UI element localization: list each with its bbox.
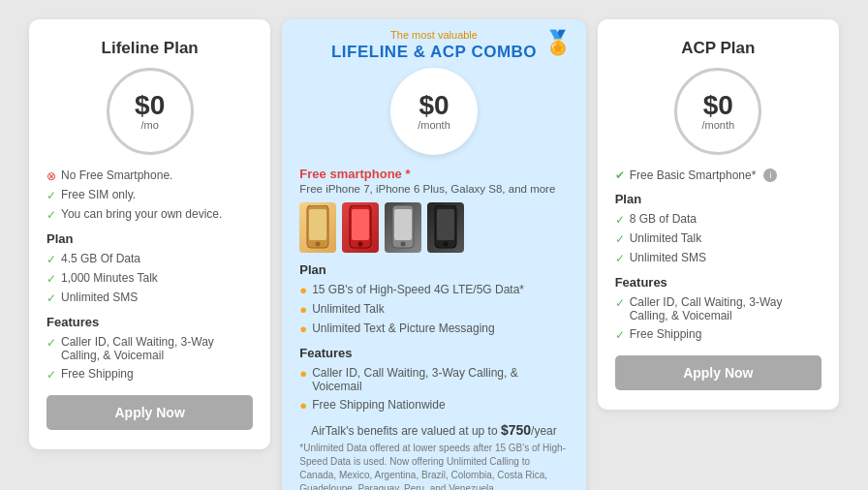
check-icon: ✓: [615, 296, 625, 310]
list-item: ✓1,000 Minutes Talk: [46, 271, 253, 286]
acp-apply-button[interactable]: Apply Now: [615, 355, 822, 390]
acp-plan-title: Plan: [615, 192, 822, 206]
combo-features-title: Features: [299, 346, 568, 360]
combo-card: 🏅 The most valuable LIFELINE & ACP COMBO…: [282, 19, 585, 490]
check-icon: ✓: [615, 213, 625, 227]
item-text: Unlimited Talk: [630, 231, 701, 245]
cross-icon: ⊗: [46, 169, 56, 183]
item-text: Free Shipping: [630, 327, 702, 341]
list-item: ●15 GB's of High-Speed 4G LTE/5G Data*: [299, 283, 568, 297]
check-icon: ✓: [46, 336, 56, 350]
combo-period: /month: [418, 119, 450, 131]
green-check-icon: ✔: [615, 168, 625, 182]
svg-point-2: [316, 242, 321, 247]
list-item: ●Caller ID, Call Waiting, 3-Way Calling,…: [299, 366, 568, 393]
combo-phone-images: [299, 202, 568, 253]
acp-features-title: Features: [615, 275, 822, 290]
asterisk: *: [402, 167, 411, 181]
acp-period: /month: [701, 119, 734, 131]
list-item: ✓8 GB of Data: [615, 212, 822, 227]
item-text: 4.5 GB Of Data: [61, 252, 140, 265]
phone-dark: [427, 202, 464, 253]
combo-header: The most valuable LIFELINE & ACP COMBO: [299, 29, 568, 62]
list-item: ✓4.5 GB Of Data: [46, 252, 253, 266]
item-text: You can bring your own device.: [61, 207, 222, 221]
lifeline-features-title: Features: [46, 315, 253, 329]
orange-check-icon: ●: [299, 398, 307, 413]
list-item: ●Free Shipping Nationwide: [299, 398, 568, 413]
acp-card: ACP Plan $0 /month ✔ Free Basic Smartpho…: [598, 19, 839, 410]
combo-free-smartphone-label: Free smartphone *: [299, 167, 568, 181]
item-text: 8 GB of Data: [630, 212, 697, 226]
list-item: ✓Free SIM only.: [46, 188, 253, 202]
combo-plan-title: Plan: [299, 262, 568, 277]
lifeline-period: /mo: [140, 119, 158, 131]
item-text: Free Basic Smartphone*: [630, 168, 757, 182]
check-icon: ✓: [46, 208, 56, 222]
check-icon: ✓: [46, 253, 56, 266]
list-item: ✓Unlimited SMS: [46, 291, 253, 305]
check-icon: ✓: [46, 189, 56, 202]
combo-plan-items: ●15 GB's of High-Speed 4G LTE/5G Data* ●…: [299, 283, 568, 336]
list-item: ✓Unlimited SMS: [615, 251, 822, 265]
lifeline-title: Lifeline Plan: [46, 39, 253, 58]
plans-container: Lifeline Plan $0 /mo ⊗No Free Smartphone…: [29, 19, 839, 490]
combo-price: $0: [418, 92, 449, 119]
item-text: Unlimited SMS: [61, 291, 138, 304]
orange-check-icon: ●: [299, 302, 307, 317]
combo-price-circle: $0 /month: [390, 68, 478, 155]
list-item: ✔ Free Basic Smartphone* i: [615, 168, 822, 182]
svg-rect-10: [437, 209, 454, 240]
lifeline-card: Lifeline Plan $0 /mo ⊗No Free Smartphone…: [29, 19, 270, 449]
orange-check-icon: ●: [299, 366, 307, 381]
list-item: ●Unlimited Talk: [299, 302, 568, 317]
item-text: Unlimited Talk: [312, 302, 384, 316]
item-text: Free SIM only.: [61, 188, 136, 201]
item-text: Free Shipping Nationwide: [312, 398, 445, 412]
lifeline-highlights: ⊗No Free Smartphone. ✓Free SIM only. ✓Yo…: [46, 168, 253, 222]
list-item: ✓Free Shipping: [615, 327, 822, 342]
svg-point-8: [401, 242, 406, 247]
lifeline-features-items: ✓Caller ID, Call Waiting, 3-Way Calling,…: [46, 335, 253, 382]
combo-title: LIFELINE & ACP COMBO: [299, 43, 568, 62]
check-icon: ✓: [615, 232, 625, 246]
list-item: ●Unlimited Text & Picture Messaging: [299, 322, 568, 336]
lifeline-price: $0: [135, 92, 165, 119]
svg-rect-1: [309, 209, 326, 240]
acp-features-items: ✓Caller ID, Call Waiting, 3-Way Calling,…: [615, 295, 822, 342]
item-text: Unlimited Text & Picture Messaging: [312, 322, 495, 335]
check-icon: ✓: [615, 252, 625, 265]
combo-features-items: ●Caller ID, Call Waiting, 3-Way Calling,…: [299, 366, 568, 413]
svg-point-5: [358, 242, 363, 247]
acp-highlights: ✔ Free Basic Smartphone* i: [615, 168, 822, 182]
list-item: ⊗No Free Smartphone.: [46, 168, 253, 183]
lifeline-apply-button[interactable]: Apply Now: [46, 395, 253, 430]
combo-most-valuable: The most valuable: [299, 29, 568, 41]
check-icon: ✓: [46, 272, 56, 286]
phone-gold: [299, 202, 336, 253]
orange-check-icon: ●: [299, 322, 307, 336]
svg-rect-7: [394, 209, 412, 240]
item-text: Caller ID, Call Waiting, 3-Way Calling, …: [61, 335, 253, 362]
item-text: Caller ID, Call Waiting, 3-Way Calling, …: [630, 295, 822, 322]
phone-red: [342, 202, 379, 253]
list-item: ✓Free Shipping: [46, 367, 253, 382]
svg-rect-4: [352, 209, 369, 240]
item-text: Free Shipping: [61, 367, 134, 381]
combo-value-text: AirTalk's benefits are valued at up to $…: [299, 422, 568, 438]
lifeline-plan-title: Plan: [46, 231, 253, 246]
check-icon: ✓: [46, 368, 56, 382]
check-icon: ✓: [46, 291, 56, 305]
list-item: ✓You can bring your own device.: [46, 207, 253, 222]
list-item: ✓Caller ID, Call Waiting, 3-Way Calling,…: [46, 335, 253, 362]
acp-price: $0: [703, 92, 733, 119]
item-text: No Free Smartphone.: [61, 168, 172, 182]
lifeline-price-circle: $0 /mo: [107, 68, 194, 155]
item-text: Caller ID, Call Waiting, 3-Way Calling, …: [312, 366, 568, 393]
item-text: 15 GB's of High-Speed 4G LTE/5G Data*: [312, 283, 524, 296]
phone-silver: [385, 202, 421, 253]
medal-icon: 🏅: [543, 29, 573, 56]
lifeline-plan-items: ✓4.5 GB Of Data ✓1,000 Minutes Talk ✓Unl…: [46, 252, 253, 305]
check-icon: ✓: [615, 328, 625, 342]
combo-phone-desc: Free iPhone 7, iPhone 6 Plus, Galaxy S8,…: [299, 183, 568, 195]
